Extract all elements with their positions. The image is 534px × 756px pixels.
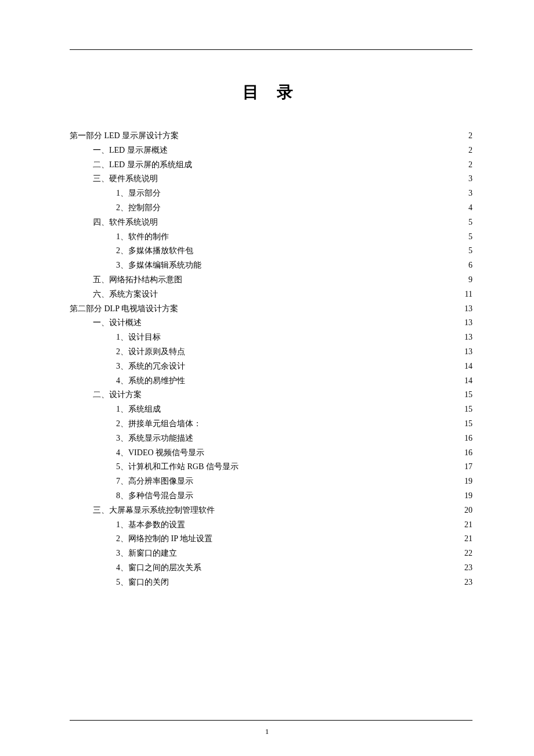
toc-entry-page: 9 (467, 273, 472, 287)
toc-entry[interactable]: 2、控制部分4 (70, 201, 472, 215)
toc-entry[interactable]: 4、系统的易维护性14 (70, 374, 472, 388)
toc-entry-page: 16 (463, 431, 472, 446)
footer-rule (70, 720, 472, 721)
table-of-contents: 第一部分 LED 显示屏设计方案2一、LED 显示屏概述2二、LED 显示屏的系… (70, 129, 472, 590)
toc-entry-label: 4、VIDEO 视频信号显示 (116, 446, 204, 460)
toc-entry-page: 5 (467, 244, 472, 258)
toc-entry-page: 15 (463, 417, 472, 431)
toc-entry-page: 23 (463, 561, 472, 575)
toc-entry-page: 21 (463, 518, 472, 532)
toc-entry-page: 15 (463, 388, 472, 402)
toc-entry-page: 4 (467, 201, 472, 215)
toc-entry-label: 3、系统的冗余设计 (116, 359, 185, 374)
toc-entry-label: 五、网络拓扑结构示意图 (93, 273, 182, 287)
toc-entry-label: 三、大屏幕显示系统控制管理软件 (93, 503, 215, 518)
toc-entry[interactable]: 3、系统显示功能描述16 (70, 431, 472, 446)
toc-entry[interactable]: 四、软件系统说明5 (70, 215, 472, 230)
toc-entry-page: 3 (467, 186, 472, 201)
toc-entry-page: 2 (467, 158, 472, 172)
toc-entry-page: 13 (463, 345, 472, 359)
toc-entry-page: 21 (463, 532, 472, 546)
toc-entry-page: 5 (467, 230, 472, 244)
toc-entry-label: 1、设计目标 (116, 330, 161, 345)
toc-entry-label: 4、窗口之间的层次关系 (116, 561, 201, 575)
page-container: 目 录 第一部分 LED 显示屏设计方案2一、LED 显示屏概述2二、LED 显… (70, 46, 472, 721)
toc-entry-label: 2、控制部分 (116, 201, 161, 215)
toc-entry-label: 2、网络控制的 IP 地址设置 (116, 532, 212, 546)
toc-entry-label: 二、设计方案 (93, 388, 142, 402)
toc-entry[interactable]: 5、计算机和工作站 RGB 信号显示17 (70, 460, 472, 474)
toc-entry[interactable]: 1、系统组成15 (70, 402, 472, 417)
toc-entry-label: 四、软件系统说明 (93, 215, 158, 230)
toc-entry-page: 22 (463, 546, 472, 561)
toc-entry-label: 2、多媒体播放软件包 (116, 244, 193, 258)
toc-entry[interactable]: 4、窗口之间的层次关系23 (70, 561, 472, 575)
toc-entry-label: 二、LED 显示屏的系统组成 (93, 158, 192, 172)
toc-entry-label: 3、系统显示功能描述 (116, 431, 193, 446)
toc-entry-page: 19 (463, 489, 472, 503)
toc-entry-page: 17 (463, 460, 472, 474)
toc-entry[interactable]: 5、窗口的关闭23 (70, 575, 472, 590)
toc-entry[interactable]: 2、多媒体播放软件包5 (70, 244, 472, 258)
toc-entry[interactable]: 8、多种信号混合显示19 (70, 489, 472, 503)
page-number: 1 (0, 727, 534, 736)
toc-entry-label: 六、系统方案设计 (93, 287, 158, 302)
toc-entry-label: 第一部分 LED 显示屏设计方案 (70, 129, 179, 143)
toc-entry[interactable]: 二、LED 显示屏的系统组成2 (70, 158, 472, 172)
toc-entry-page: 6 (467, 258, 472, 273)
toc-entry[interactable]: 一、设计概述13 (70, 316, 472, 330)
toc-entry-label: 第二部分 DLP 电视墙设计方案 (70, 302, 178, 316)
toc-entry-label: 8、多种信号混合显示 (116, 489, 193, 503)
toc-entry[interactable]: 3、多媒体编辑系统功能6 (70, 258, 472, 273)
toc-entry-page: 2 (467, 143, 472, 158)
toc-entry[interactable]: 2、设计原则及特点13 (70, 345, 472, 359)
toc-entry-page: 5 (467, 215, 472, 230)
toc-entry[interactable]: 第二部分 DLP 电视墙设计方案13 (70, 302, 472, 316)
toc-entry[interactable]: 1、设计目标13 (70, 330, 472, 345)
toc-entry-label: 5、窗口的关闭 (116, 575, 169, 590)
toc-entry[interactable]: 1、显示部分3 (70, 186, 472, 201)
toc-entry-page: 3 (467, 172, 472, 186)
toc-entry[interactable]: 1、基本参数的设置21 (70, 518, 472, 532)
toc-entry-page: 14 (463, 359, 472, 374)
toc-entry-page: 13 (463, 316, 472, 330)
toc-entry[interactable]: 7、高分辨率图像显示19 (70, 474, 472, 489)
toc-entry-page: 14 (463, 374, 472, 388)
toc-entry-page: 16 (463, 446, 472, 460)
toc-entry[interactable]: 1、软件的制作5 (70, 230, 472, 244)
toc-entry-label: 1、软件的制作 (116, 230, 169, 244)
toc-entry[interactable]: 三、硬件系统说明3 (70, 172, 472, 186)
toc-entry[interactable]: 2、拼接单元组合墙体：15 (70, 417, 472, 431)
page-title: 目 录 (70, 81, 472, 103)
toc-entry[interactable]: 六、系统方案设计11 (70, 287, 472, 302)
toc-entry-label: 3、多媒体编辑系统功能 (116, 258, 201, 273)
toc-entry[interactable]: 2、网络控制的 IP 地址设置21 (70, 532, 472, 546)
toc-entry-page: 15 (463, 402, 472, 417)
toc-entry-label: 三、硬件系统说明 (93, 172, 158, 186)
toc-entry[interactable]: 五、网络拓扑结构示意图9 (70, 273, 472, 287)
toc-entry-label: 3、新窗口的建立 (116, 546, 177, 561)
toc-entry-label: 5、计算机和工作站 RGB 信号显示 (116, 460, 239, 474)
toc-entry-page: 19 (463, 474, 472, 489)
toc-entry-label: 一、LED 显示屏概述 (93, 143, 168, 158)
toc-entry-label: 7、高分辨率图像显示 (116, 474, 193, 489)
toc-entry-page: 2 (467, 129, 472, 143)
toc-entry[interactable]: 3、系统的冗余设计14 (70, 359, 472, 374)
toc-entry[interactable]: 3、新窗口的建立22 (70, 546, 472, 561)
toc-entry[interactable]: 4、VIDEO 视频信号显示16 (70, 446, 472, 460)
toc-entry-label: 1、基本参数的设置 (116, 518, 185, 532)
toc-entry-label: 一、设计概述 (93, 316, 142, 330)
toc-entry-label: 2、设计原则及特点 (116, 345, 185, 359)
toc-entry[interactable]: 第一部分 LED 显示屏设计方案2 (70, 129, 472, 143)
toc-entry-page: 13 (463, 302, 472, 316)
toc-entry-label: 1、显示部分 (116, 186, 161, 201)
toc-entry-page: 11 (464, 287, 472, 302)
toc-entry-label: 2、拼接单元组合墙体： (116, 417, 201, 431)
toc-entry-page: 20 (463, 503, 472, 518)
toc-entry-label: 1、系统组成 (116, 402, 161, 417)
toc-entry-page: 23 (463, 575, 472, 590)
toc-entry-label: 4、系统的易维护性 (116, 374, 185, 388)
toc-entry[interactable]: 一、LED 显示屏概述2 (70, 143, 472, 158)
toc-entry[interactable]: 三、大屏幕显示系统控制管理软件20 (70, 503, 472, 518)
toc-entry[interactable]: 二、设计方案15 (70, 388, 472, 402)
